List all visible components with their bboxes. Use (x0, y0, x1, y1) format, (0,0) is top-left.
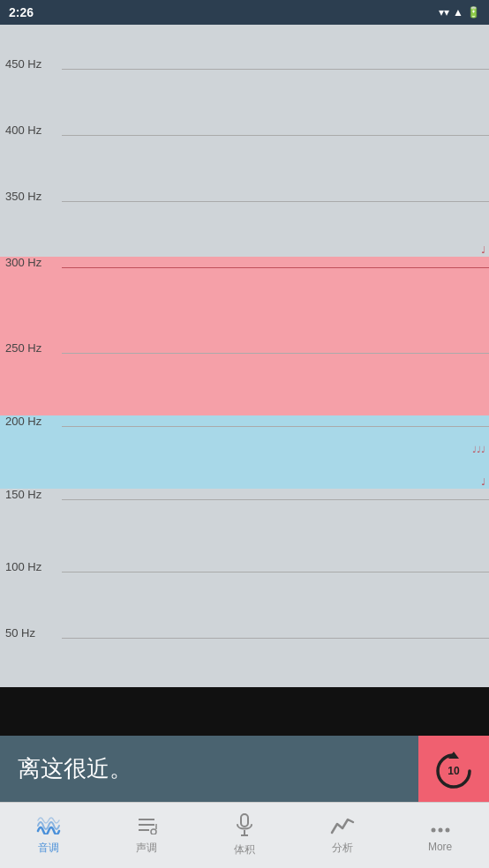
svg-point-12 (445, 827, 449, 832)
freq-row-50: 50 Hz (0, 627, 489, 639)
marker-top-label: ♩ (481, 245, 485, 255)
freq-label-50: 50 Hz (0, 627, 62, 639)
svg-point-5 (151, 829, 156, 834)
freq-line-50 (62, 638, 489, 639)
chart-icon (330, 815, 355, 838)
replay-button[interactable]: 10 (418, 736, 489, 802)
freq-row-150: 150 Hz (0, 489, 489, 500)
freq-line-350 (62, 201, 489, 202)
status-time: 2:26 (9, 5, 34, 19)
freq-row-200: 200 Hz (0, 415, 489, 427)
marker-mid-label: ♩♩♩ (472, 445, 485, 454)
freq-line-150 (62, 499, 489, 500)
svg-text:10: 10 (448, 765, 460, 777)
freq-line-100 (62, 572, 489, 572)
battery-icon: 🔋 (467, 6, 480, 19)
freq-label-300: 300 Hz (0, 257, 62, 268)
waves-icon (36, 815, 61, 838)
nav-item-shengdiao[interactable]: 声调 (98, 815, 196, 856)
freq-row-300: 300 Hz (0, 257, 489, 268)
nav-item-more[interactable]: More (391, 819, 489, 853)
nav-item-fenxi[interactable]: 分析 (293, 815, 391, 856)
freq-label-400: 400 Hz (0, 124, 62, 136)
music-list-icon (135, 815, 158, 838)
freq-row-250: 250 Hz (0, 342, 489, 354)
nav-label-more: More (428, 841, 452, 853)
freq-row-400: 400 Hz (0, 124, 489, 136)
svg-point-11 (438, 827, 442, 832)
nav-label-shengdiao: 声调 (136, 841, 157, 856)
signal-icon: ▲ (453, 6, 463, 19)
freq-label-450: 450 Hz (0, 58, 62, 70)
freq-row-350: 350 Hz (0, 191, 489, 202)
pink-region (0, 257, 489, 415)
freq-line-250 (62, 353, 489, 354)
mic-icon (234, 813, 255, 840)
freq-line-300 (62, 267, 489, 268)
svg-point-10 (431, 827, 435, 832)
info-bar: 离这很近。 10 (0, 736, 489, 802)
nav-label-tiji: 体积 (234, 842, 255, 857)
replay-icon: 10 (433, 748, 475, 790)
freq-label-100: 100 Hz (0, 561, 62, 572)
marker-mid-label2: ♩ (481, 477, 485, 487)
status-icons: ▾▾ ▲ 🔋 (439, 6, 480, 19)
nav-item-yindiao[interactable]: 音调 (0, 815, 98, 856)
freq-row-100: 100 Hz (0, 561, 489, 572)
info-text: 离这很近。 (0, 753, 132, 784)
freq-label-200: 200 Hz (0, 415, 62, 427)
dots-icon (430, 819, 451, 838)
freq-line-200 (62, 426, 489, 427)
freq-label-150: 150 Hz (0, 489, 62, 500)
status-bar: 2:26 ▾▾ ▲ 🔋 (0, 0, 489, 25)
freq-label-250: 250 Hz (0, 342, 62, 354)
nav-item-tiji[interactable]: 体积 (196, 813, 294, 857)
chart-area: ♩ ♩♩♩ ♩ 450 Hz 400 Hz 350 Hz 300 Hz 250 … (0, 25, 489, 687)
black-strip (0, 687, 489, 736)
bottom-nav: 音调 声调 体积 (0, 802, 489, 868)
freq-row-450: 450 Hz (0, 58, 489, 70)
svg-rect-7 (241, 814, 248, 827)
freq-line-400 (62, 135, 489, 136)
freq-line-450 (62, 69, 489, 70)
nav-label-yindiao: 音调 (38, 841, 59, 856)
wifi-icon: ▾▾ (439, 6, 449, 19)
freq-label-350: 350 Hz (0, 191, 62, 202)
nav-label-fenxi: 分析 (332, 841, 353, 856)
